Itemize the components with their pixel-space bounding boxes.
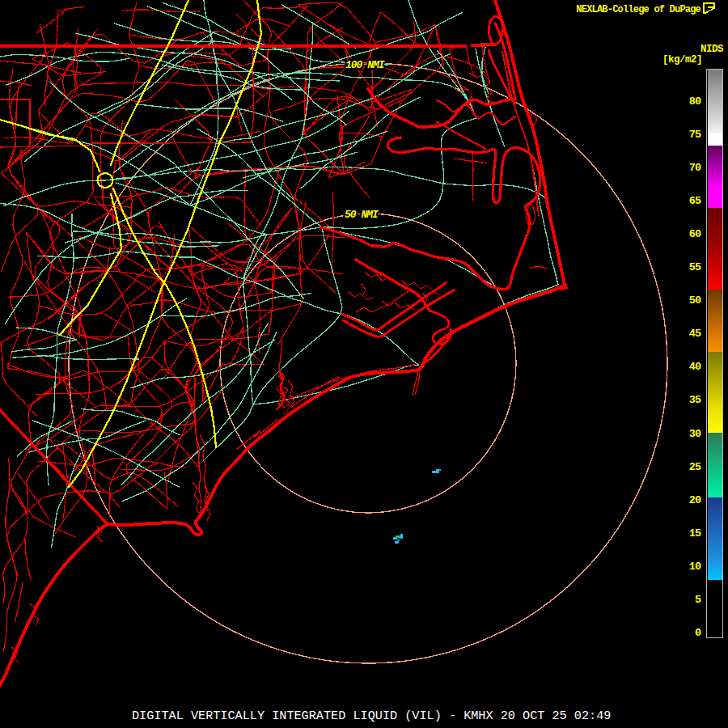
svg-text:100 NMI: 100 NMI	[345, 59, 385, 71]
svg-text:50 NMI: 50 NMI	[345, 209, 379, 221]
svg-text:5: 5	[695, 594, 701, 606]
svg-text:[kg/m2]: [kg/m2]	[662, 54, 702, 66]
svg-text:NEXLAB-College of DuPage: NEXLAB-College of DuPage	[576, 4, 700, 15]
svg-text:55: 55	[689, 261, 701, 273]
svg-text:75: 75	[689, 129, 701, 141]
svg-text:20: 20	[689, 494, 701, 506]
svg-text:10: 10	[689, 561, 701, 573]
svg-text:50: 50	[689, 294, 701, 307]
svg-text:0: 0	[695, 627, 701, 639]
svg-text:30: 30	[689, 428, 701, 440]
svg-text:DIGITAL VERTICALLY INTEGRATED: DIGITAL VERTICALLY INTEGRATED LIQUID (VI…	[132, 709, 611, 723]
svg-text:25: 25	[689, 461, 701, 473]
svg-text:NIDS: NIDS	[700, 44, 724, 55]
svg-text:70: 70	[689, 162, 701, 174]
svg-text:35: 35	[689, 394, 701, 406]
svg-text:40: 40	[689, 361, 701, 373]
svg-text:60: 60	[689, 228, 701, 240]
svg-text:65: 65	[689, 195, 701, 207]
svg-text:45: 45	[689, 328, 701, 340]
svg-text:80: 80	[689, 95, 701, 108]
svg-text:15: 15	[689, 527, 701, 540]
